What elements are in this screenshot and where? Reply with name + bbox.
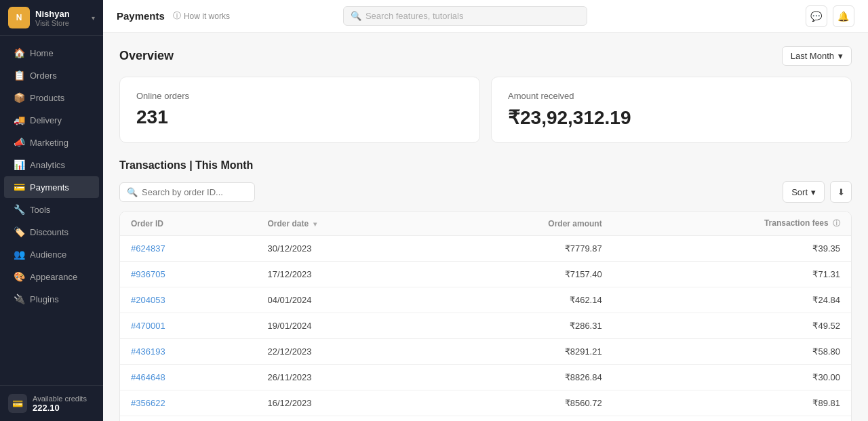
transaction-fees-cell: ₹71.31 <box>613 262 851 287</box>
overview-title: Overview <box>119 49 174 63</box>
table-row: #624837 30/12/2023 ₹7779.87 ₹39.35 <box>120 236 851 262</box>
stats-row: Online orders 231 Amount received ₹23,92… <box>119 77 852 143</box>
sidebar-item-appearance[interactable]: 🎨Appearance <box>4 266 99 287</box>
products-icon: 📦 <box>14 92 24 103</box>
sort-chevron-icon: ▾ <box>811 187 816 197</box>
transaction-fees-cell: ₹24.84 <box>613 287 851 313</box>
marketing-icon: 📣 <box>14 137 24 148</box>
tools-icon: 🔧 <box>14 204 24 215</box>
order-id-cell[interactable]: #624837 <box>120 236 256 262</box>
sidebar-item-orders[interactable]: 📋Orders <box>4 64 99 86</box>
order-id-link[interactable]: #204053 <box>131 295 165 305</box>
credits-amount: 222.10 <box>33 403 87 413</box>
sidebar-item-marketing[interactable]: 📣Marketing <box>4 132 99 153</box>
amount-received-label: Amount received <box>508 91 835 101</box>
transaction-fees-cell: ₹30.00 <box>613 365 851 390</box>
sidebar-item-label: Appearance <box>30 272 77 282</box>
online-orders-label: Online orders <box>136 91 463 101</box>
sort-label: Sort <box>791 187 808 197</box>
hint-text: How it works <box>184 12 230 21</box>
order-id-cell[interactable]: #356622 <box>120 390 256 416</box>
order-id-cell[interactable]: #464648 <box>120 365 256 390</box>
order-id-link[interactable]: #936705 <box>131 269 165 279</box>
order-id-link[interactable]: #464648 <box>131 372 165 382</box>
sort-button[interactable]: Sort ▾ <box>783 181 825 203</box>
order-date-cell: 16/12/2023 <box>256 390 429 416</box>
order-date-cell: 30/12/2023 <box>256 236 429 262</box>
topbar: Payments ⓘ How it works 🔍 Search feature… <box>103 0 868 33</box>
brand-area[interactable]: N Nishyan Visit Store ▾ <box>0 0 103 36</box>
online-orders-card: Online orders 231 <box>119 77 480 143</box>
brand-text: Nishyan Visit Store <box>35 9 86 27</box>
visit-store-link[interactable]: Visit Store <box>35 19 86 27</box>
sidebar-item-products[interactable]: 📦Products <box>4 87 99 108</box>
topbar-title: Payments <box>117 10 165 22</box>
order-search-input[interactable] <box>142 187 248 197</box>
col-order-date[interactable]: Order date ▾ <box>256 212 429 236</box>
sidebar-item-label: Plugins <box>30 294 59 304</box>
order-id-link[interactable]: #624837 <box>131 243 165 254</box>
order-search-box[interactable]: 🔍 <box>119 182 255 202</box>
order-date-cell: 17/12/2023 <box>256 262 429 287</box>
order-date-cell: 26/11/2023 <box>256 365 429 390</box>
notifications-button[interactable]: 🔔 <box>833 5 854 27</box>
credits-info: Available credits 222.10 <box>33 395 87 413</box>
table-row: #936705 17/12/2023 ₹7157.40 ₹71.31 <box>120 262 851 287</box>
order-amount-cell: ₹462.14 <box>429 287 613 313</box>
sidebar-item-payments[interactable]: 💳Payments <box>4 176 99 198</box>
order-id-cell[interactable]: #436193 <box>120 339 256 365</box>
overview-header: Overview Last Month ▾ <box>119 46 852 66</box>
transactions-table: Order ID Order date ▾ Order amount Trans… <box>120 212 851 421</box>
date-sort-icon: ▾ <box>313 220 317 228</box>
sidebar-item-label: Analytics <box>30 160 65 170</box>
period-selector-button[interactable]: Last Month ▾ <box>782 46 852 66</box>
order-id-link[interactable]: #436193 <box>131 346 165 357</box>
order-search-icon: 🔍 <box>127 187 138 197</box>
sidebar-item-analytics[interactable]: 📊Analytics <box>4 154 99 176</box>
order-id-cell[interactable]: #470001 <box>120 313 256 339</box>
sidebar-item-delivery[interactable]: 🚚Delivery <box>4 109 99 131</box>
order-amount-cell: ₹8560.72 <box>429 390 613 416</box>
order-id-link[interactable]: #356622 <box>131 398 165 408</box>
audience-icon: 👥 <box>14 249 24 260</box>
order-date-cell: 19/01/2024 <box>256 313 429 339</box>
sidebar-item-discounts[interactable]: 🏷️Discounts <box>4 221 99 243</box>
download-button[interactable]: ⬇ <box>830 181 852 203</box>
order-id-link[interactable]: #470001 <box>131 321 165 331</box>
col-transaction-fees: Transaction fees ⓘ <box>613 212 851 236</box>
search-placeholder: Search features, tutorials <box>366 11 464 21</box>
table-row: #464648 26/11/2023 ₹8826.84 ₹30.00 <box>120 365 851 390</box>
sidebar-nav: 🏠Home📋Orders📦Products🚚Delivery📣Marketing… <box>0 36 103 385</box>
credits-label: Available credits <box>33 395 87 403</box>
order-date-cell: 22/12/2023 <box>256 339 429 365</box>
order-date-cell: 26/11/2023 <box>256 416 429 422</box>
order-id-cell[interactable]: #249205 <box>120 416 256 422</box>
sidebar: N Nishyan Visit Store ▾ 🏠Home📋Orders📦Pro… <box>0 0 103 421</box>
order-id-cell[interactable]: #204053 <box>120 287 256 313</box>
sidebar-item-home[interactable]: 🏠Home <box>4 42 99 64</box>
order-id-cell[interactable]: #936705 <box>120 262 256 287</box>
table-row: #204053 04/01/2024 ₹462.14 ₹24.84 <box>120 287 851 313</box>
how-it-works-hint[interactable]: ⓘ How it works <box>173 10 230 22</box>
order-amount-cell: ₹8826.84 <box>429 365 613 390</box>
search-icon: 🔍 <box>351 11 361 21</box>
table-row: #470001 19/01/2024 ₹286.31 ₹49.52 <box>120 313 851 339</box>
period-label: Last Month <box>791 51 834 61</box>
table-body: #624837 30/12/2023 ₹7779.87 ₹39.35 #9367… <box>120 236 851 422</box>
sidebar-item-plugins[interactable]: 🔌Plugins <box>4 288 99 310</box>
chat-button[interactable]: 💬 <box>806 5 827 27</box>
order-amount-cell: ₹5173.69 <box>429 416 613 422</box>
sidebar-item-audience[interactable]: 👥Audience <box>4 243 99 265</box>
sidebar-item-label: Tools <box>30 205 50 215</box>
orders-icon: 📋 <box>14 70 24 81</box>
topbar-search-box[interactable]: 🔍 Search features, tutorials <box>343 6 587 26</box>
main-area: Payments ⓘ How it works 🔍 Search feature… <box>103 0 868 421</box>
order-amount-cell: ₹8291.21 <box>429 339 613 365</box>
sidebar-item-tools[interactable]: 🔧Tools <box>4 199 99 220</box>
sidebar-item-label: Home <box>30 48 54 58</box>
amount-received-value: ₹23,92,312.19 <box>508 106 835 129</box>
transactions-header: Transactions | This Month <box>119 159 852 172</box>
table-row: #436193 22/12/2023 ₹8291.21 ₹58.80 <box>120 339 851 365</box>
fees-info-icon[interactable]: ⓘ <box>833 219 840 227</box>
topbar-actions: 💬 🔔 <box>806 5 854 27</box>
